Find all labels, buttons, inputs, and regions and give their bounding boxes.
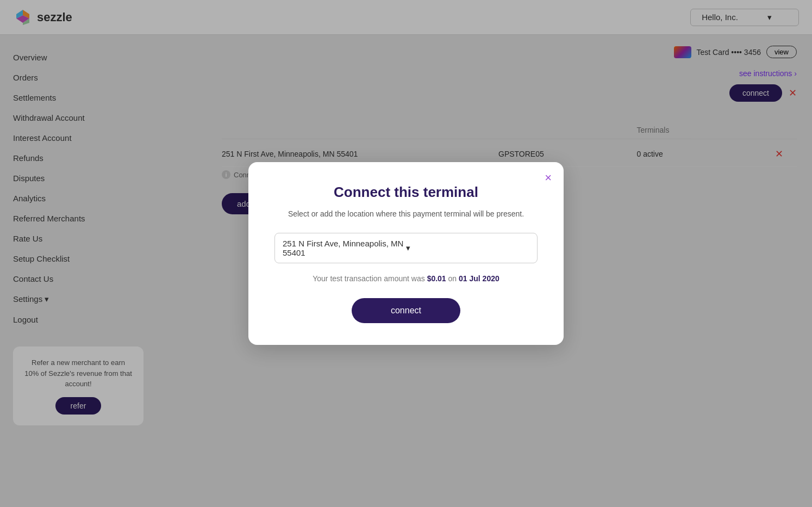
modal-subtitle: Select or add the location where this pa… [274,208,538,220]
modal-overlay[interactable]: × Connect this terminal Select or add th… [0,0,812,507]
modal-connect-button[interactable]: connect [352,298,460,323]
transaction-amount: $0.01 [427,274,446,283]
selected-location-text: 251 N First Ave, Minneapolis, MN 55401 [283,239,406,257]
modal-close-button[interactable]: × [545,172,552,184]
modal-title: Connect this terminal [274,184,538,201]
location-dropdown-chevron-icon: ▾ [406,243,529,253]
location-selector[interactable]: 251 N First Ave, Minneapolis, MN 55401 ▾ [274,233,538,263]
transaction-date: 01 Jul 2020 [459,274,499,283]
modal-info-text: Your test transaction amount was $0.01 o… [274,274,538,283]
connect-terminal-modal: × Connect this terminal Select or add th… [248,162,564,345]
